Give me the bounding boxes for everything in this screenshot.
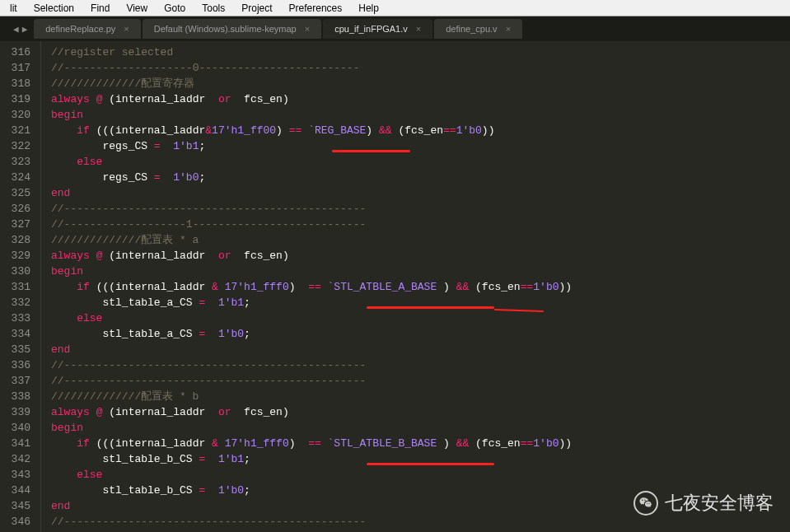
- code-line: if (((internal_laddr&17'h1_ff00) == `REG…: [51, 123, 790, 138]
- line-number: 341: [0, 436, 30, 451]
- annotation-underline: [367, 463, 494, 465]
- code-line: else: [51, 154, 790, 170]
- editor-area[interactable]: 3163173183193203213223233243253263273283…: [0, 41, 790, 532]
- menu-tools[interactable]: Tools: [194, 1, 233, 16]
- menu-view[interactable]: View: [118, 1, 156, 16]
- line-number: 318: [0, 76, 30, 91]
- line-number: 323: [0, 154, 30, 170]
- line-number: 325: [0, 185, 30, 201]
- code-line: //////////////配置表 * b: [51, 389, 790, 404]
- line-number: 331: [0, 279, 30, 295]
- code-line: begin: [51, 420, 790, 436]
- annotation-underline: [332, 150, 410, 152]
- line-number: 342: [0, 451, 30, 467]
- line-number: 317: [0, 60, 30, 76]
- chevron-left-icon[interactable]: ◀: [13, 24, 19, 35]
- line-number: 324: [0, 170, 30, 185]
- annotation-underline: [367, 306, 494, 309]
- tab-nav-arrows: ◀ ▶: [7, 24, 34, 35]
- menu-goto[interactable]: Goto: [156, 1, 194, 16]
- code-line: //--------------------------------------…: [51, 373, 790, 389]
- code-line: if (((internal_laddr & 17'h1_fff0) == `S…: [51, 279, 790, 295]
- code-line: //register selected: [51, 44, 790, 60]
- line-number: 345: [0, 498, 30, 514]
- line-number: 319: [0, 91, 30, 107]
- tab-bar: ◀ ▶ defineReplace.py×Default (Windows).s…: [0, 16, 790, 41]
- code-line: regs_CS = 1'b0;: [51, 170, 790, 185]
- line-number: 340: [0, 420, 30, 436]
- menu-selection[interactable]: Selection: [26, 1, 82, 16]
- line-number: 328: [0, 232, 30, 248]
- code-content[interactable]: //register selected//-------------------…: [41, 41, 790, 532]
- line-number: 327: [0, 217, 30, 232]
- close-icon[interactable]: ×: [416, 24, 421, 34]
- line-number: 334: [0, 326, 30, 342]
- code-line: //-------------------1------------------…: [51, 217, 790, 232]
- tab-label: define_cpu.v: [446, 24, 497, 34]
- code-line: else: [51, 467, 790, 483]
- menu-find[interactable]: Find: [82, 1, 118, 16]
- line-number: 321: [0, 123, 30, 138]
- tab-cpu-if-infpga1-v[interactable]: cpu_if_inFPGA1.v×: [323, 19, 432, 39]
- line-number: 339: [0, 404, 30, 420]
- line-number: 322: [0, 138, 30, 154]
- menu-preferences[interactable]: Preferences: [281, 1, 351, 16]
- code-line: always @ (internal_laddr or fcs_en): [51, 404, 790, 420]
- line-number: 346: [0, 514, 30, 530]
- menubar: litSelectionFindViewGotoToolsProjectPref…: [0, 0, 790, 16]
- chevron-right-icon[interactable]: ▶: [22, 24, 28, 35]
- code-line: always @ (internal_laddr or fcs_en): [51, 91, 790, 107]
- code-line: //--------------------------------------…: [51, 201, 790, 217]
- line-number: 330: [0, 264, 30, 279]
- line-number: 333: [0, 310, 30, 326]
- line-number: 320: [0, 107, 30, 123]
- line-number: 338: [0, 389, 30, 404]
- code-line: end: [51, 342, 790, 357]
- line-number: 316: [0, 44, 30, 60]
- code-line: //--------------------------------------…: [51, 514, 790, 530]
- line-number: 332: [0, 295, 30, 310]
- code-line: begin: [51, 107, 790, 123]
- line-number: 326: [0, 201, 30, 217]
- tab-label: Default (Windows).sublime-keymap: [154, 24, 297, 34]
- close-icon[interactable]: ×: [124, 24, 129, 34]
- code-line: end: [51, 185, 790, 201]
- menu-help[interactable]: Help: [350, 1, 387, 16]
- code-line: //////////////配置表 * a: [51, 232, 790, 248]
- tab-define-cpu-v[interactable]: define_cpu.v×: [434, 19, 522, 39]
- line-number: 344: [0, 483, 30, 498]
- line-number: 337: [0, 373, 30, 389]
- menu-project[interactable]: Project: [233, 1, 280, 16]
- code-line: stl_table_b_CS = 1'b0;: [51, 483, 790, 498]
- menu-lit[interactable]: lit: [2, 1, 26, 16]
- code-line: //////////////配置寄存器: [51, 76, 790, 91]
- code-line: //--------------------0-----------------…: [51, 60, 790, 76]
- code-line: else: [51, 310, 790, 326]
- code-line: regs_CS = 1'b1;: [51, 138, 790, 154]
- code-line: //--------------------------------------…: [51, 357, 790, 373]
- line-number: 336: [0, 357, 30, 373]
- close-icon[interactable]: ×: [305, 24, 310, 34]
- tab-label: cpu_if_inFPGA1.v: [334, 24, 408, 34]
- line-number: 329: [0, 248, 30, 264]
- code-line: if (((internal_laddr & 17'h1_fff0) == `S…: [51, 436, 790, 451]
- code-line: stl_table_a_CS = 1'b0;: [51, 326, 790, 342]
- line-gutter: 3163173183193203213223233243253263273283…: [0, 41, 41, 532]
- line-number: 335: [0, 342, 30, 357]
- code-line: always @ (internal_laddr or fcs_en): [51, 248, 790, 264]
- code-line: begin: [51, 264, 790, 279]
- line-number: 343: [0, 467, 30, 483]
- close-icon[interactable]: ×: [506, 24, 511, 34]
- tab-label: defineReplace.py: [45, 24, 115, 34]
- tab-default--windows--sublime-keymap[interactable]: Default (Windows).sublime-keymap×: [143, 19, 321, 39]
- tab-definereplace-py[interactable]: defineReplace.py×: [34, 19, 140, 39]
- code-line: end: [51, 498, 790, 514]
